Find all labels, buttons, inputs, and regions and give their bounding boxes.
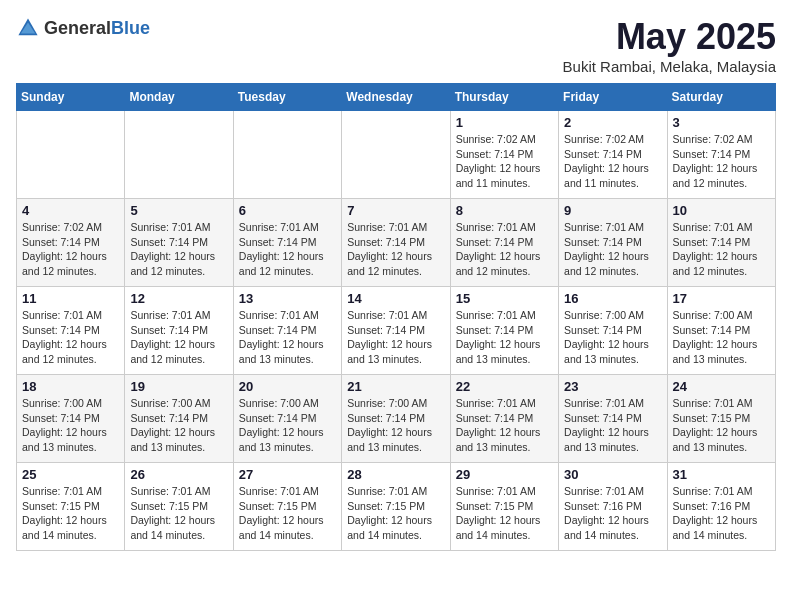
day-info: Sunrise: 7:01 AM Sunset: 7:14 PM Dayligh… [564,396,661,455]
day-info: Sunrise: 7:01 AM Sunset: 7:14 PM Dayligh… [673,220,770,279]
day-info: Sunrise: 7:01 AM Sunset: 7:14 PM Dayligh… [456,308,553,367]
calendar-cell [233,111,341,199]
day-number: 4 [22,203,119,218]
calendar-cell: 19Sunrise: 7:00 AM Sunset: 7:14 PM Dayli… [125,375,233,463]
logo-text: GeneralBlue [44,18,150,39]
calendar-cell: 30Sunrise: 7:01 AM Sunset: 7:16 PM Dayli… [559,463,667,551]
page-header: GeneralBlue May 2025 Bukit Rambai, Melak… [16,16,776,75]
week-row-2: 11Sunrise: 7:01 AM Sunset: 7:14 PM Dayli… [17,287,776,375]
day-info: Sunrise: 7:02 AM Sunset: 7:14 PM Dayligh… [456,132,553,191]
calendar-cell [342,111,450,199]
day-info: Sunrise: 7:01 AM Sunset: 7:14 PM Dayligh… [347,220,444,279]
day-number: 23 [564,379,661,394]
day-number: 14 [347,291,444,306]
weekday-header-friday: Friday [559,84,667,111]
logo: GeneralBlue [16,16,150,40]
weekday-header-wednesday: Wednesday [342,84,450,111]
day-info: Sunrise: 7:02 AM Sunset: 7:14 PM Dayligh… [673,132,770,191]
calendar-cell: 12Sunrise: 7:01 AM Sunset: 7:14 PM Dayli… [125,287,233,375]
day-number: 25 [22,467,119,482]
calendar-cell: 22Sunrise: 7:01 AM Sunset: 7:14 PM Dayli… [450,375,558,463]
day-number: 6 [239,203,336,218]
calendar-cell: 29Sunrise: 7:01 AM Sunset: 7:15 PM Dayli… [450,463,558,551]
day-number: 8 [456,203,553,218]
day-number: 28 [347,467,444,482]
day-number: 29 [456,467,553,482]
day-info: Sunrise: 7:00 AM Sunset: 7:14 PM Dayligh… [22,396,119,455]
calendar-cell: 10Sunrise: 7:01 AM Sunset: 7:14 PM Dayli… [667,199,775,287]
calendar-cell: 3Sunrise: 7:02 AM Sunset: 7:14 PM Daylig… [667,111,775,199]
calendar-cell: 5Sunrise: 7:01 AM Sunset: 7:14 PM Daylig… [125,199,233,287]
day-number: 15 [456,291,553,306]
weekday-header-tuesday: Tuesday [233,84,341,111]
calendar-cell: 28Sunrise: 7:01 AM Sunset: 7:15 PM Dayli… [342,463,450,551]
week-row-4: 25Sunrise: 7:01 AM Sunset: 7:15 PM Dayli… [17,463,776,551]
calendar-cell: 8Sunrise: 7:01 AM Sunset: 7:14 PM Daylig… [450,199,558,287]
day-number: 30 [564,467,661,482]
day-info: Sunrise: 7:02 AM Sunset: 7:14 PM Dayligh… [22,220,119,279]
day-number: 10 [673,203,770,218]
day-number: 11 [22,291,119,306]
calendar-cell [17,111,125,199]
calendar-cell: 23Sunrise: 7:01 AM Sunset: 7:14 PM Dayli… [559,375,667,463]
day-info: Sunrise: 7:00 AM Sunset: 7:14 PM Dayligh… [673,308,770,367]
calendar-cell: 7Sunrise: 7:01 AM Sunset: 7:14 PM Daylig… [342,199,450,287]
day-info: Sunrise: 7:01 AM Sunset: 7:16 PM Dayligh… [673,484,770,543]
day-info: Sunrise: 7:01 AM Sunset: 7:14 PM Dayligh… [564,220,661,279]
day-number: 7 [347,203,444,218]
calendar-cell: 31Sunrise: 7:01 AM Sunset: 7:16 PM Dayli… [667,463,775,551]
week-row-1: 4Sunrise: 7:02 AM Sunset: 7:14 PM Daylig… [17,199,776,287]
weekday-header-saturday: Saturday [667,84,775,111]
day-number: 13 [239,291,336,306]
weekday-header-thursday: Thursday [450,84,558,111]
day-info: Sunrise: 7:01 AM Sunset: 7:14 PM Dayligh… [456,220,553,279]
location-subtitle: Bukit Rambai, Melaka, Malaysia [563,58,776,75]
day-info: Sunrise: 7:00 AM Sunset: 7:14 PM Dayligh… [130,396,227,455]
day-info: Sunrise: 7:01 AM Sunset: 7:14 PM Dayligh… [130,220,227,279]
weekday-header-sunday: Sunday [17,84,125,111]
day-info: Sunrise: 7:00 AM Sunset: 7:14 PM Dayligh… [564,308,661,367]
day-number: 9 [564,203,661,218]
calendar-cell: 18Sunrise: 7:00 AM Sunset: 7:14 PM Dayli… [17,375,125,463]
day-number: 3 [673,115,770,130]
day-number: 5 [130,203,227,218]
weekday-header-row: SundayMondayTuesdayWednesdayThursdayFrid… [17,84,776,111]
day-info: Sunrise: 7:01 AM Sunset: 7:15 PM Dayligh… [347,484,444,543]
day-info: Sunrise: 7:00 AM Sunset: 7:14 PM Dayligh… [239,396,336,455]
calendar-table: SundayMondayTuesdayWednesdayThursdayFrid… [16,83,776,551]
calendar-cell: 26Sunrise: 7:01 AM Sunset: 7:15 PM Dayli… [125,463,233,551]
day-number: 24 [673,379,770,394]
day-number: 31 [673,467,770,482]
day-number: 17 [673,291,770,306]
day-number: 2 [564,115,661,130]
calendar-cell: 15Sunrise: 7:01 AM Sunset: 7:14 PM Dayli… [450,287,558,375]
logo-blue: Blue [111,18,150,38]
calendar-cell: 16Sunrise: 7:00 AM Sunset: 7:14 PM Dayli… [559,287,667,375]
day-number: 19 [130,379,227,394]
calendar-cell: 25Sunrise: 7:01 AM Sunset: 7:15 PM Dayli… [17,463,125,551]
week-row-0: 1Sunrise: 7:02 AM Sunset: 7:14 PM Daylig… [17,111,776,199]
day-info: Sunrise: 7:01 AM Sunset: 7:15 PM Dayligh… [456,484,553,543]
day-info: Sunrise: 7:01 AM Sunset: 7:15 PM Dayligh… [239,484,336,543]
calendar-cell: 6Sunrise: 7:01 AM Sunset: 7:14 PM Daylig… [233,199,341,287]
calendar-cell: 24Sunrise: 7:01 AM Sunset: 7:15 PM Dayli… [667,375,775,463]
calendar-cell: 2Sunrise: 7:02 AM Sunset: 7:14 PM Daylig… [559,111,667,199]
day-info: Sunrise: 7:01 AM Sunset: 7:16 PM Dayligh… [564,484,661,543]
calendar-cell: 27Sunrise: 7:01 AM Sunset: 7:15 PM Dayli… [233,463,341,551]
logo-icon [16,16,40,40]
title-block: May 2025 Bukit Rambai, Melaka, Malaysia [563,16,776,75]
day-number: 1 [456,115,553,130]
day-number: 20 [239,379,336,394]
day-info: Sunrise: 7:01 AM Sunset: 7:15 PM Dayligh… [673,396,770,455]
day-info: Sunrise: 7:01 AM Sunset: 7:14 PM Dayligh… [239,220,336,279]
month-title: May 2025 [563,16,776,58]
calendar-cell: 17Sunrise: 7:00 AM Sunset: 7:14 PM Dayli… [667,287,775,375]
day-number: 27 [239,467,336,482]
day-info: Sunrise: 7:01 AM Sunset: 7:15 PM Dayligh… [22,484,119,543]
day-info: Sunrise: 7:01 AM Sunset: 7:14 PM Dayligh… [347,308,444,367]
calendar-cell: 1Sunrise: 7:02 AM Sunset: 7:14 PM Daylig… [450,111,558,199]
day-info: Sunrise: 7:01 AM Sunset: 7:14 PM Dayligh… [130,308,227,367]
day-info: Sunrise: 7:01 AM Sunset: 7:15 PM Dayligh… [130,484,227,543]
week-row-3: 18Sunrise: 7:00 AM Sunset: 7:14 PM Dayli… [17,375,776,463]
day-info: Sunrise: 7:00 AM Sunset: 7:14 PM Dayligh… [347,396,444,455]
